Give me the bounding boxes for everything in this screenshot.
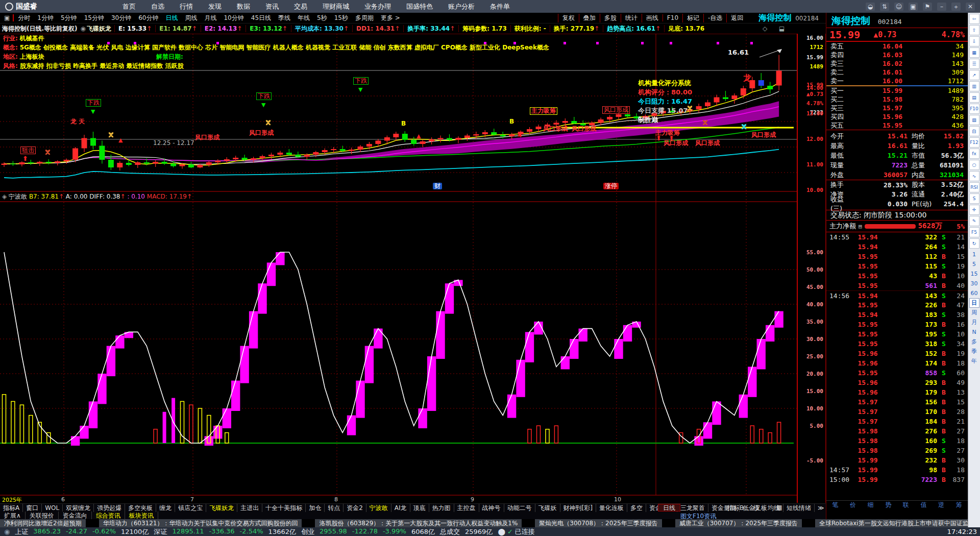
news-item[interactable]: 全球Robotaxi第一股文远知行港股上市申请获中国证监会备案 <box>815 519 980 527</box>
action--自选[interactable]: -自选 <box>703 14 726 22</box>
close-icon[interactable]: ✕ <box>966 3 975 11</box>
report-grid-icon[interactable]: ▦ <box>969 47 979 58</box>
indicator-tab-战神号[interactable]: 战神号 <box>479 504 504 513</box>
action-统计[interactable]: 统计 <box>621 14 642 22</box>
period-tab-60分钟[interactable]: 60分钟 <box>138 14 158 22</box>
indicator-tab-三龙聚首[interactable]: 三龙聚首 <box>677 504 708 513</box>
indicator-tab-多空[interactable]: 多空 <box>627 504 646 513</box>
line-chart-icon[interactable]: ↗ <box>969 70 979 80</box>
period-tab-1分钟[interactable]: 1分钟 <box>37 14 54 22</box>
strip-period-日[interactable]: 日 <box>969 298 979 308</box>
tab-right-指标B[interactable]: 指标B <box>727 504 744 513</box>
quote-tab-势[interactable]: 势 <box>885 501 891 509</box>
info-tab-关联报价[interactable]: 关联报价 <box>26 511 59 520</box>
period-tab-30分钟[interactable]: 30分钟 <box>111 14 131 22</box>
action-F10[interactable]: F10 <box>663 14 682 21</box>
menu-item-数据[interactable]: 数据 <box>237 2 250 11</box>
kline-icon[interactable]: ▥ <box>969 81 979 91</box>
period-tab-分时[interactable]: 分时 <box>18 14 30 22</box>
signal-icon[interactable]: S <box>969 193 979 204</box>
indicator-tab-资金2[interactable]: 资金2 <box>344 504 366 513</box>
quote-tab-价[interactable]: 价 <box>850 501 856 509</box>
tree-icon[interactable]: ▧ <box>969 115 979 125</box>
message-icon[interactable]: ◒ <box>866 3 875 11</box>
tab-right-模 板[interactable]: 模 板 <box>753 504 767 513</box>
indicator-tab-主进出[interactable]: 主进出 <box>237 504 262 513</box>
strip-period-1[interactable]: 1 <box>969 250 979 259</box>
news-item[interactable]: 聚灿光电（300708）：2025年三季度报告 <box>535 519 662 527</box>
indicator-tab-主控盘[interactable]: 主控盘 <box>454 504 479 513</box>
strip-period-年[interactable]: 年 <box>969 356 979 366</box>
tick-trade-list[interactable]: 14:5515.94322S2115.94264S1415.95112B1515… <box>826 232 968 500</box>
menu-item-业务办理[interactable]: 业务办理 <box>364 2 391 11</box>
user-icon[interactable]: ☺ <box>894 3 903 11</box>
period-tab-周线[interactable]: 周线 <box>185 14 197 22</box>
menu-item-账户分析[interactable]: 账户分析 <box>448 2 475 11</box>
indicator-tab-热力图[interactable]: 热力图 <box>429 504 454 513</box>
strip-period-N[interactable]: N <box>969 327 979 337</box>
period-tab-日线[interactable]: 日线 <box>165 14 178 22</box>
quote-tab-细[interactable]: 细 <box>868 501 874 509</box>
quote-tab-笔[interactable]: 笔 <box>832 501 838 509</box>
news-item[interactable]: 华培动力（603121）：华培动力关于以集中竞价交易方式回购股份的回 <box>99 519 302 527</box>
rsi-icon[interactable]: RSI <box>969 182 979 192</box>
formula-icon[interactable]: fx <box>969 149 979 159</box>
monitor-icon[interactable]: ▣ <box>909 3 918 11</box>
action-标记[interactable]: 标记 <box>682 14 703 22</box>
indicator-tab-十全十美指标[interactable]: 十全十美指标 <box>262 504 306 513</box>
menu-item-首页[interactable]: 首页 <box>122 2 136 11</box>
period-tab-10分钟[interactable]: 10分钟 <box>224 14 243 22</box>
action-画线[interactable]: 画线 <box>642 14 663 22</box>
period-tab-季线[interactable]: 季线 <box>278 14 290 22</box>
menu-item-行情[interactable]: 行情 <box>180 2 193 11</box>
transfer-icon[interactable]: ⇅ <box>880 3 889 11</box>
info-tab-资金流向[interactable]: 资金流向 <box>59 511 92 520</box>
period-tab-更多 >[interactable]: 更多 > <box>381 14 400 22</box>
menu-item-发现[interactable]: 发现 <box>208 2 222 11</box>
minimize-icon[interactable]: – <box>937 3 946 11</box>
action-叠加[interactable]: 叠加 <box>579 14 600 22</box>
period-tab-45日线[interactable]: 45日线 <box>251 14 271 22</box>
indicator-tab-加仓[interactable]: 加仓 <box>306 504 325 513</box>
period-tab-月线[interactable]: 月线 <box>204 14 216 22</box>
indicator-tab-财神到[彩][interactable]: 财神到[彩] <box>560 504 596 513</box>
doc-icon[interactable]: ▤ <box>859 223 862 230</box>
skin-icon[interactable]: ⚑ <box>923 3 932 11</box>
quote-tab-筹[interactable]: 筹 <box>956 501 962 509</box>
indicator-tab-AI龙[interactable]: AI龙 <box>391 504 410 513</box>
f12-icon[interactable]: F12 <box>969 137 979 148</box>
indicator-tab-飞碟妖龙[interactable]: 飞碟妖龙 <box>206 504 237 513</box>
period-chip[interactable]: 日线 <box>658 504 680 511</box>
info-tab-板块资讯[interactable]: 板块资讯 <box>125 511 158 520</box>
custom-icon[interactable]: 自 <box>969 126 979 136</box>
sub-indicator-name[interactable]: 宁波敢 <box>9 193 27 200</box>
quote-tab-值[interactable]: 值 <box>920 501 926 509</box>
refresh-icon[interactable]: ↻ <box>969 238 979 249</box>
diamond-icon[interactable]: ◇ <box>763 25 767 32</box>
menu-item-条件单[interactable]: 条件单 <box>490 2 510 11</box>
indicator-tab-WOL[interactable]: WOL <box>42 504 63 511</box>
menu-item-交易[interactable]: 交易 <box>294 2 307 11</box>
strip-period-30[interactable]: 30 <box>969 279 979 288</box>
tab-right-▦[interactable]: ▦ <box>776 504 782 513</box>
news-item[interactable]: 净利润同比激增近2倍超预期 <box>0 519 86 527</box>
indicator-tab-镇店之宝[interactable]: 镇店之宝 <box>175 504 206 513</box>
period-tab-多周期[interactable]: 多周期 <box>355 14 374 22</box>
period-tab-15分钟[interactable]: 15分钟 <box>84 14 104 22</box>
menu-item-自选[interactable]: 自选 <box>151 2 164 11</box>
kline-chart-area[interactable]: 行业: 机械基件 概念: 5G概念 创投概念 高端装备 光伏 风电 边缘计算 国… <box>0 34 798 503</box>
split-screen-icon[interactable]: ⬓ <box>779 25 785 32</box>
news-item[interactable]: 洛凯股份（603829）：关于第一大股东及其一致行动人权益变动触及1% <box>315 519 522 527</box>
f10-link[interactable]: 图文F10资讯 <box>680 512 716 521</box>
indicator-tab-量化连板[interactable]: 量化连板 <box>596 504 627 513</box>
strip-period-多[interactable]: 多 <box>969 337 979 347</box>
strip-period-60[interactable]: 60 <box>969 288 979 298</box>
action-复权[interactable]: 复权 <box>558 14 579 22</box>
back-icon[interactable]: ⇦ <box>969 14 979 24</box>
menu-item-国盛特色[interactable]: 国盛特色 <box>406 2 433 11</box>
period-tab-年线[interactable]: 年线 <box>298 14 310 22</box>
collapse-icon[interactable]: ◈ <box>2 193 7 200</box>
quote-stock-name[interactable]: 海得控制 <box>831 15 870 26</box>
wave-icon[interactable]: ∿ <box>969 171 979 181</box>
news-doc-icon[interactable]: ▤ <box>969 92 979 103</box>
